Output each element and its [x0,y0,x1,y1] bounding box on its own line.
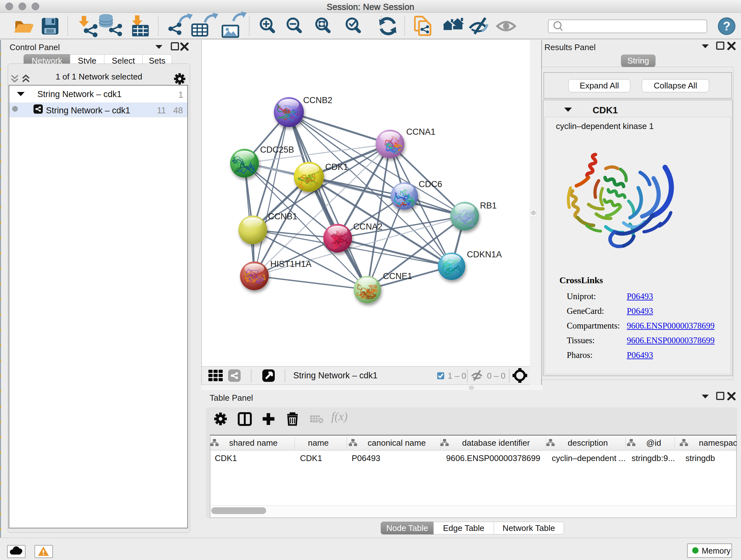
svg-text:CDC25B: CDC25B [260,145,294,154]
svg-text:CCNB1: CCNB1 [268,212,297,221]
svg-text:CCNA2: CCNA2 [353,222,383,232]
svg-text:CCNE1: CCNE1 [383,271,412,281]
svg-text:CDKN1A: CDKN1A [467,250,502,259]
svg-text:HIST1H1A: HIST1H1A [270,259,312,269]
svg-text:CDK1: CDK1 [325,162,348,172]
svg-text:CCNA1: CCNA1 [406,127,435,137]
svg-text:CCNB2: CCNB2 [303,96,333,105]
svg-text:RB1: RB1 [480,201,497,210]
svg-text:CDC6: CDC6 [419,179,442,189]
